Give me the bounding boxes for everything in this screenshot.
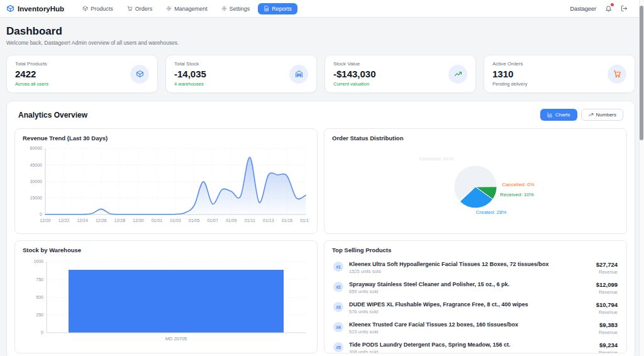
top-navbar: InventoryHub ProductsOrdersManagementSet…	[0, 0, 644, 18]
analytics-title: Analytics Overview	[18, 111, 87, 120]
product-name: Tide PODS Laundry Detergent Pacs, Spring…	[349, 342, 594, 348]
top-selling-products-title: Top Selling Products	[332, 247, 619, 253]
stat-cards-row: Total Products2422Across all usersTotal …	[6, 55, 635, 93]
view-toggle: Charts Numbers	[540, 109, 623, 121]
svg-text:12/30: 12/30	[133, 218, 144, 223]
cube-icon	[130, 65, 149, 84]
svg-text:750: 750	[36, 277, 43, 282]
order-status-pie-chart[interactable]: Delivered: 61%Cancelled: 0%Received: 10%…	[332, 144, 619, 227]
product-info: Tide PODS Laundry Detergent Pacs, Spring…	[349, 342, 594, 353]
product-name: Kleenex Ultra Soft Hypoallergenic Facial…	[349, 261, 591, 267]
product-revenue: $9,234	[599, 342, 618, 348]
product-info: DUDE WIPES XL Flushable Wipes, Fragrance…	[349, 301, 591, 314]
numbers-button[interactable]: Numbers	[581, 109, 623, 121]
stat-value: 1310	[492, 69, 527, 79]
vertical-scrollbar-track[interactable]	[639, 0, 644, 356]
product-info: Kleenex Trusted Care Facial Tissues 12 b…	[349, 321, 594, 335]
user-name[interactable]: Dastageer	[570, 6, 596, 12]
svg-text:Cancelled: 0%: Cancelled: 0%	[502, 182, 535, 187]
order-status-panel: Order Status Distribution Delivered: 61%…	[324, 128, 627, 234]
stat-subtext: 4 warehouses	[174, 81, 206, 87]
product-revenue-block: $9,383Revenue	[599, 321, 618, 335]
logo-cube-icon	[6, 4, 14, 13]
rank-badge: #2	[333, 282, 343, 292]
notifications-button[interactable]	[605, 5, 612, 12]
svg-text:45000: 45000	[30, 163, 43, 167]
product-row-1[interactable]: #1Kleenex Ultra Soft Hypoallergenic Faci…	[332, 258, 619, 278]
svg-text:12/24: 12/24	[77, 218, 88, 223]
product-revenue-block: $10,794Revenue	[596, 301, 618, 315]
stat-card-stock-value: Stock Value-$143,030Current valuation	[325, 55, 476, 93]
nav-item-settings[interactable]: Settings	[216, 3, 256, 14]
product-name: Sprayway Stainless Steel Cleaner and Pol…	[349, 281, 591, 287]
svg-text:1000: 1000	[33, 259, 43, 264]
svg-text:Delivered: 61%: Delivered: 61%	[419, 156, 453, 162]
svg-text:12/28: 12/28	[114, 218, 126, 223]
stat-card-total-stock: Total Stock-14,0354 warehouses	[165, 55, 317, 93]
product-row-2[interactable]: #2Sprayway Stainless Steel Cleaner and P…	[332, 278, 619, 298]
stat-label: Stock Value	[333, 61, 376, 67]
bar-chart-icon	[547, 112, 553, 118]
stat-subtext: Current valuation	[333, 81, 376, 87]
product-row-4[interactable]: #4Kleenex Trusted Care Facial Tissues 12…	[332, 318, 619, 338]
svg-text:0: 0	[41, 330, 43, 335]
svg-text:01/03: 01/03	[170, 218, 181, 223]
trend-icon	[588, 112, 594, 118]
package-icon	[82, 6, 88, 11]
product-row-3[interactable]: #3DUDE WIPES XL Flushable Wipes, Fragran…	[332, 298, 619, 318]
svg-text:01/11: 01/11	[245, 218, 255, 223]
svg-text:01/07: 01/07	[207, 218, 218, 223]
stock-by-warehouse-panel: Stock by Warehouse 02505007501000MD 2070…	[14, 240, 318, 353]
stat-card-text: Active Orders1310Pending delivery	[492, 61, 527, 87]
product-revenue: $12,099	[596, 281, 618, 288]
main-nav: ProductsOrdersManagementSettingsReports	[77, 3, 297, 14]
nav-item-products[interactable]: Products	[77, 3, 119, 14]
stock-by-warehouse-title: Stock by Warehouse	[23, 247, 309, 253]
page-subtitle: Welcome back, Dastageer! Admin overview …	[6, 40, 635, 46]
page-title: Dashboard	[6, 25, 635, 38]
trending-up-icon	[448, 65, 467, 84]
product-units-sold: 1525 units sold	[349, 269, 591, 274]
stat-card-text: Total Products2422Across all users	[15, 61, 48, 87]
stat-label: Total Products	[15, 61, 48, 67]
product-row-5[interactable]: #5Tide PODS Laundry Detergent Pacs, Spri…	[332, 338, 619, 353]
nav-item-label: Reports	[272, 6, 292, 12]
product-revenue-caption: Revenue	[596, 269, 618, 275]
logout-icon[interactable]	[621, 5, 628, 12]
stat-card-text: Stock Value-$143,030Current valuation	[333, 61, 376, 87]
brand[interactable]: InventoryHub	[6, 4, 64, 13]
nav-item-reports[interactable]: Reports	[258, 3, 297, 14]
brand-name: InventoryHub	[18, 5, 64, 13]
revenue-trend-chart[interactable]: 01500030000450006000012/2012/2212/2412/2…	[23, 144, 309, 227]
charts-grid: Revenue Trend (Last 30 Days) 01500030000…	[14, 128, 627, 353]
product-units-sold: 576 units sold	[349, 309, 591, 314]
svg-text:01/15: 01/15	[282, 218, 293, 223]
charts-button[interactable]: Charts	[540, 109, 577, 121]
product-revenue-block: $12,099Revenue	[596, 281, 618, 295]
nav-item-label: Orders	[135, 6, 153, 12]
charts-button-label: Charts	[555, 112, 570, 118]
product-revenue-caption: Revenue	[596, 289, 618, 295]
stat-label: Active Orders	[492, 61, 527, 67]
svg-text:MD 20705: MD 20705	[165, 336, 187, 342]
product-units-sold: 659 units sold	[349, 289, 591, 294]
svg-text:500: 500	[36, 295, 43, 299]
nav-item-management[interactable]: Management	[160, 3, 213, 14]
product-units-sold: 308 units sold	[349, 349, 594, 353]
svg-text:12/26: 12/26	[96, 218, 107, 223]
svg-text:30000: 30000	[30, 179, 43, 184]
stock-by-warehouse-chart[interactable]: 02505007501000MD 20705	[23, 256, 309, 348]
gear-icon	[166, 6, 172, 11]
product-revenue-caption: Revenue	[599, 330, 618, 335]
stat-subtext: Across all users	[15, 81, 48, 87]
document-icon	[264, 6, 269, 11]
analytics-header: Analytics Overview Charts Numbers	[14, 109, 627, 121]
warehouse-icon	[289, 65, 308, 84]
gear-icon	[221, 6, 227, 11]
nav-item-orders[interactable]: Orders	[121, 3, 158, 14]
product-name: Kleenex Trusted Care Facial Tissues 12 b…	[349, 321, 594, 328]
stat-card-text: Total Stock-14,0354 warehouses	[174, 61, 206, 87]
vertical-scrollbar-thumb[interactable]	[640, 6, 643, 140]
svg-text:01/13: 01/13	[263, 218, 274, 223]
product-revenue-block: $27,724Revenue	[596, 261, 618, 275]
